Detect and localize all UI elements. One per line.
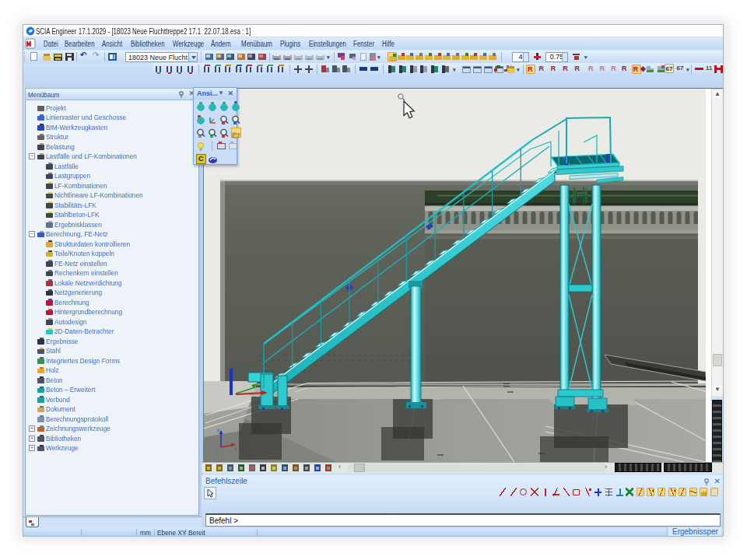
svg-text:x: x <box>235 446 237 451</box>
svg-text:y: y <box>215 449 217 453</box>
svg-text:z: z <box>217 428 219 432</box>
